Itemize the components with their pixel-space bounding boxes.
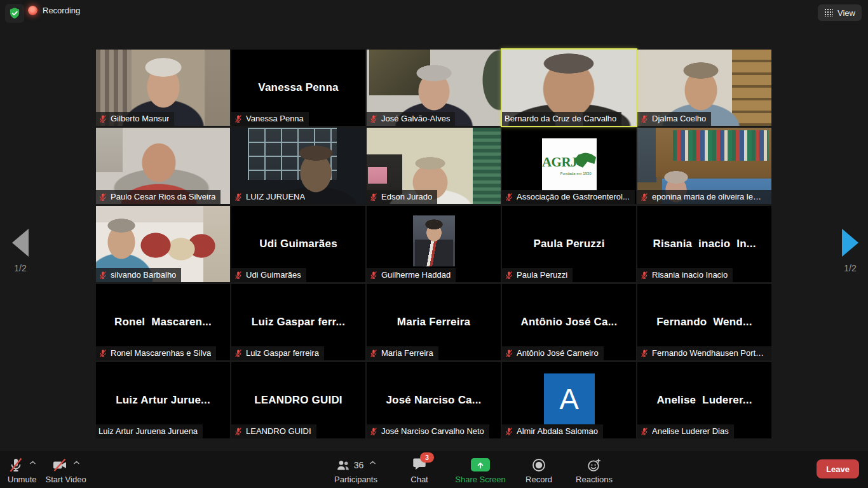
- muted-mic-icon: [234, 114, 243, 123]
- participant-name-text: Bernardo da Cruz de Carvalho: [505, 114, 616, 124]
- muted-mic-icon: [505, 427, 513, 436]
- participant-name-label: Udi Guimarães: [231, 268, 306, 282]
- recording-label: Recording: [43, 6, 80, 15]
- participant-name-label: Luiz Gaspar ferreira: [231, 346, 324, 360]
- participant-tile[interactable]: José Galvão-Alves: [367, 50, 501, 126]
- participant-tile[interactable]: Fernando Wend...Fernando Wendhausen Port…: [637, 284, 771, 360]
- chat-unread-badge: 3: [420, 452, 434, 463]
- agrj-logo: AGRJFundada em 1930: [542, 139, 597, 191]
- top-bar: Recording View: [0, 0, 868, 25]
- participant-name-text: Associação de Gastroenterol...: [517, 192, 630, 202]
- participant-tile[interactable]: Paula PeruzziPaula Peruzzi: [502, 206, 636, 282]
- view-button-label: View: [837, 8, 855, 18]
- participant-name-text: LEANDRO GUIDI: [246, 426, 311, 437]
- participant-name-text: Luiz Gaspar ferreira: [246, 348, 319, 358]
- participant-name-text: Anelise Luderer Dias: [652, 426, 729, 437]
- participant-tile[interactable]: Anelise Luderer...Anelise Luderer Dias: [637, 362, 771, 438]
- participant-tile[interactable]: Luiz Gaspar ferr...Luiz Gaspar ferreira: [231, 284, 365, 360]
- reactions-button[interactable]: Reactions: [566, 451, 623, 488]
- reactions-label: Reactions: [576, 475, 613, 484]
- participant-tile[interactable]: AAlmir Abdala Salomao: [502, 362, 636, 438]
- participants-options-chevron-icon[interactable]: [369, 460, 376, 465]
- participant-name-label: LUIZ JURUENA: [231, 190, 310, 204]
- participant-tile[interactable]: LEANDRO GUIDILEANDRO GUIDI: [231, 362, 365, 438]
- share-screen-button[interactable]: Share Screen: [449, 451, 512, 488]
- participant-name-text: Almir Abdala Salomao: [517, 426, 598, 437]
- start-video-label: Start Video: [46, 475, 86, 484]
- participant-name-text: Udi Guimarães: [246, 270, 301, 280]
- leave-button-label: Leave: [826, 464, 850, 474]
- muted-microphone-icon: [8, 458, 24, 473]
- participants-label: Participants: [334, 475, 377, 484]
- muted-mic-icon: [234, 271, 243, 280]
- participants-button[interactable]: 36 Participants: [322, 451, 390, 488]
- participant-tile[interactable]: eponina maria de oliveira lem...: [637, 128, 771, 204]
- participant-tile[interactable]: José Narciso Ca...José Narciso Carvalho …: [367, 362, 501, 438]
- muted-mic-icon: [369, 349, 378, 358]
- participant-name-label: Vanessa Penna: [231, 112, 309, 126]
- video-off-camera-icon: [52, 458, 67, 473]
- participant-tile[interactable]: Gilberto Mansur: [96, 50, 230, 126]
- muted-mic-icon: [234, 427, 243, 436]
- participant-tile[interactable]: Vanessa PennaVanessa Penna: [231, 50, 365, 126]
- next-page-button[interactable]: 1/2: [836, 229, 864, 273]
- view-button[interactable]: View: [818, 4, 862, 21]
- participant-tile[interactable]: Guilherme Haddad: [367, 206, 501, 282]
- participant-name-label: Djalma Coelho: [637, 112, 711, 126]
- participant-name-label: eponina maria de oliveira lem...: [637, 190, 771, 204]
- unmute-label: Unmute: [8, 475, 37, 484]
- participant-tile[interactable]: Maria FerreiraMaria Ferreira: [367, 284, 501, 360]
- participant-name-text: Antônio José Carneiro: [517, 348, 599, 358]
- participant-tile[interactable]: Ronel Mascaren...Ronel Mascarenhas e Sil…: [96, 284, 230, 360]
- participant-name-label: José Galvão-Alves: [367, 112, 455, 126]
- muted-mic-icon: [98, 271, 107, 280]
- zoom-meeting-window: Recording View Gilberto MansurVanessa Pe…: [0, 0, 868, 488]
- participant-name-label: Gilberto Mansur: [96, 112, 174, 126]
- unmute-button[interactable]: Unmute: [8, 451, 37, 488]
- chat-button[interactable]: 3 Chat: [390, 451, 449, 488]
- participant-name-label: Fernando Wendhausen Portella: [637, 346, 771, 360]
- leave-button[interactable]: Leave: [817, 459, 859, 478]
- meeting-security-button[interactable]: [5, 4, 24, 23]
- previous-page-button[interactable]: 1/2: [6, 229, 34, 273]
- participant-tile[interactable]: Bernardo da Cruz de Carvalho: [502, 50, 636, 126]
- participant-tile[interactable]: Antônio José Ca...Antônio José Carneiro: [502, 284, 636, 360]
- participant-tile[interactable]: Djalma Coelho: [637, 50, 771, 126]
- participant-name-text: Ronel Mascarenhas e Silva: [111, 348, 211, 358]
- participant-name-text: Maria Ferreira: [381, 348, 433, 358]
- muted-mic-icon: [640, 271, 649, 280]
- muted-mic-icon: [505, 193, 513, 201]
- participant-name-text: José Galvão-Alves: [381, 114, 450, 124]
- muted-mic-icon: [234, 193, 243, 201]
- record-button[interactable]: Record: [512, 451, 566, 488]
- muted-mic-icon: [369, 193, 378, 201]
- participant-tile[interactable]: LUIZ JURUENA: [231, 128, 365, 204]
- start-video-button[interactable]: Start Video: [46, 451, 86, 488]
- participant-tile[interactable]: silvando Barbalho: [96, 206, 230, 282]
- participant-tile[interactable]: Edson Jurado: [367, 128, 501, 204]
- participant-name-text: Paula Peruzzi: [517, 270, 567, 280]
- participant-name-label: Paula Peruzzi: [502, 268, 573, 282]
- muted-mic-icon: [640, 114, 649, 123]
- participant-tile[interactable]: AGRJFundada em 1930Associação de Gastroe…: [502, 128, 636, 204]
- participant-tile[interactable]: Paulo Cesar Rios da Silveira: [96, 128, 230, 204]
- page-indicator-right: 1/2: [844, 263, 856, 273]
- participant-name-label: Antônio José Carneiro: [502, 346, 604, 360]
- muted-mic-icon: [640, 349, 649, 358]
- recording-dot-icon: [28, 6, 37, 15]
- participant-tile[interactable]: Luiz Artur Jurue...Luiz Artur Juruena Ju…: [96, 362, 230, 438]
- video-grid: Gilberto MansurVanessa PennaVanessa Penn…: [96, 50, 771, 438]
- participant-tile[interactable]: Udi GuimarãesUdi Guimarães: [231, 206, 365, 282]
- record-icon: [531, 458, 546, 473]
- participants-count: 36: [354, 460, 364, 470]
- audio-options-chevron-icon[interactable]: [29, 460, 36, 465]
- muted-mic-icon: [369, 427, 378, 436]
- video-options-chevron-icon[interactable]: [73, 460, 80, 465]
- meeting-toolbar: Unmute Start Video 36 Participants: [0, 451, 868, 488]
- next-page-arrow-icon: [842, 229, 858, 257]
- participant-name-text: Djalma Coelho: [652, 114, 706, 124]
- participant-name-text: LUIZ JURUENA: [246, 192, 305, 202]
- muted-mic-icon: [640, 427, 649, 436]
- participant-tile[interactable]: Risania inacio In...Risania inacio Inaci…: [637, 206, 771, 282]
- participant-name-text: Vanessa Penna: [246, 114, 304, 124]
